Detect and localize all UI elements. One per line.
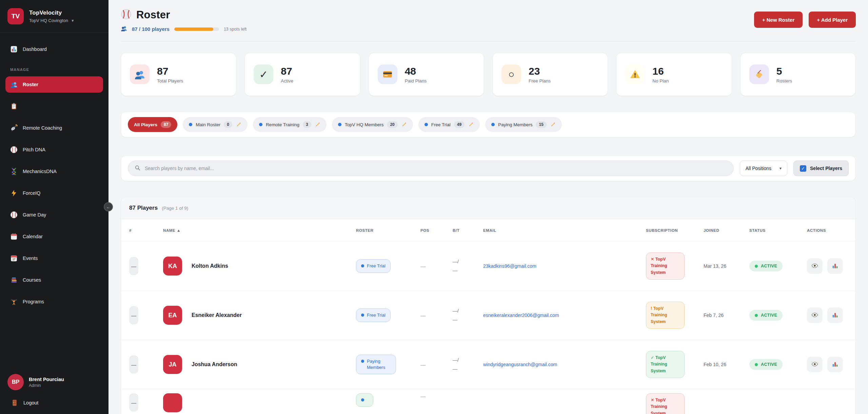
- roster-pill[interactable]: Paying Members: [356, 355, 396, 374]
- view-player-button[interactable]: [807, 258, 823, 274]
- people-icon: [10, 81, 18, 88]
- table-page-info: (Page 1 of 9): [162, 206, 188, 211]
- email-link[interactable]: esneikeralexander2006@gmail.com: [483, 313, 559, 318]
- sidebar-item-label: Courses: [23, 277, 41, 283]
- blue-dot-icon: [361, 398, 364, 401]
- stat-value: 87: [281, 65, 293, 77]
- row-number-button[interactable]: —: [129, 355, 138, 374]
- capacity-progress-bar: [174, 27, 219, 31]
- books-icon: [10, 276, 18, 284]
- sidebar-item-forceiq[interactable]: ForceIQ: [5, 185, 103, 201]
- new-roster-button[interactable]: + New Roster: [754, 12, 803, 28]
- sidebar-item-label: ForceIQ: [23, 190, 40, 196]
- column-name-sortable[interactable]: NAME ▲: [163, 228, 348, 232]
- add-player-button[interactable]: + Add Player: [809, 12, 856, 28]
- cross-icon: ✕: [651, 257, 654, 262]
- roster-pill[interactable]: Free Trial: [356, 308, 391, 322]
- column-bt: B/T: [445, 228, 475, 232]
- filter-topv-hq-members[interactable]: TopV HQ Members 20: [332, 117, 413, 132]
- lightning-icon: [10, 189, 18, 197]
- email-link[interactable]: 23kadkins96@gmail.com: [483, 263, 536, 269]
- sidebar-item-evaluations[interactable]: [5, 98, 103, 114]
- bt-value: —/—: [445, 259, 475, 273]
- warning-icon: [625, 64, 645, 84]
- filter-main-roster[interactable]: Main Roster 0: [183, 117, 247, 132]
- pencil-icon[interactable]: [236, 122, 241, 128]
- row-number-button[interactable]: —: [129, 393, 138, 412]
- stat-value: 48: [405, 65, 427, 77]
- blue-dot-icon: [361, 314, 364, 317]
- sidebar-item-courses[interactable]: Courses: [5, 272, 103, 288]
- sidebar-collapse-button[interactable]: ←: [104, 202, 113, 211]
- view-player-button[interactable]: [807, 357, 823, 372]
- eye-icon: [811, 311, 818, 320]
- pencil-icon[interactable]: [315, 122, 320, 128]
- search-input[interactable]: [145, 166, 727, 171]
- sidebar-item-game-day[interactable]: Game Day: [5, 207, 103, 223]
- exclamation-icon: !: [651, 306, 652, 311]
- filter-remote-training[interactable]: Remote Training 3: [253, 117, 327, 132]
- sidebar-item-remote-coaching[interactable]: Remote Coaching: [5, 120, 103, 136]
- progress-fill: [174, 27, 213, 31]
- filter-label: Paying Members: [498, 122, 532, 127]
- filter-count-badge: 20: [387, 121, 397, 128]
- stat-value: 16: [652, 65, 669, 77]
- table-column-headers: # NAME ▲ ROSTER POS B/T EMAIL SUBSCRIPTI…: [121, 219, 855, 241]
- player-stats-button[interactable]: [827, 307, 843, 323]
- baseball-icon: [121, 9, 132, 21]
- pencil-icon[interactable]: [550, 122, 556, 128]
- status-badge: ACTIVE: [749, 310, 783, 321]
- sidebar-item-mechanicsdna[interactable]: MechanicsDNA: [5, 163, 103, 180]
- search-toolbar: All Positions ▾ ✓ Select Players: [121, 155, 856, 181]
- stats-row: 87 Total Players ✓ 87 Active 48 Paid Pla…: [121, 53, 856, 96]
- search-box[interactable]: [128, 161, 734, 176]
- row-number-button[interactable]: —: [129, 306, 138, 324]
- player-stats-button[interactable]: [827, 357, 843, 372]
- sidebar-item-pitch-dna[interactable]: Pitch DNA: [5, 142, 103, 158]
- stat-label: Rosters: [776, 78, 792, 83]
- column-joined: JOINED: [695, 228, 741, 232]
- table-row: — EA Esneiker Alexander Free Trial — —/—…: [121, 290, 855, 340]
- pencil-icon[interactable]: [401, 122, 407, 128]
- org-switcher[interactable]: TV TopVelocity TopV HQ Covington ▾: [0, 0, 108, 33]
- joined-date: Feb 7, 26: [695, 313, 741, 318]
- avatar: EA: [163, 306, 182, 325]
- user-profile[interactable]: BP Brent Pourciau Admin: [7, 374, 101, 390]
- roster-pill[interactable]: Free Trial: [356, 259, 391, 273]
- sidebar-item-roster[interactable]: Roster: [5, 76, 103, 93]
- row-number-button[interactable]: —: [129, 257, 138, 275]
- logout-button[interactable]: Logout: [7, 399, 101, 407]
- roster-pill[interactable]: [356, 393, 373, 407]
- sidebar-item-label: Dashboard: [23, 46, 47, 52]
- view-player-button[interactable]: [807, 307, 823, 323]
- filter-count-badge: 15: [536, 121, 546, 128]
- sidebar-item-calendar[interactable]: Calendar: [5, 228, 103, 245]
- pencil-icon[interactable]: [468, 122, 474, 128]
- position-value: —: [412, 393, 445, 399]
- positions-select[interactable]: All Positions ▾: [740, 161, 787, 176]
- filter-all-players[interactable]: All Players 87: [128, 117, 177, 132]
- chevron-down-icon: ▾: [72, 18, 74, 23]
- filter-paying-members[interactable]: Paying Members 15: [485, 117, 562, 132]
- filter-free-trial[interactable]: Free Trial 49: [418, 117, 480, 132]
- sidebar-item-label: Remote Coaching: [23, 125, 62, 131]
- sidebar-item-programs[interactable]: Programs: [5, 294, 103, 310]
- avatar: BP: [7, 374, 24, 390]
- players-table: 87 Players (Page 1 of 9) # NAME ▲ ROSTER…: [121, 197, 856, 414]
- email-link[interactable]: windyridgeangusranch@gmail.com: [483, 362, 557, 367]
- select-players-button[interactable]: ✓ Select Players: [793, 161, 849, 176]
- bar-chart-icon: [10, 45, 18, 53]
- table-row: — KA Kolton Adkins Free Trial — —/— 23ka…: [121, 241, 855, 290]
- chevron-down-icon: ▾: [780, 166, 782, 171]
- sidebar-item-label: Game Day: [23, 212, 46, 218]
- sidebar-item-events[interactable]: 17 Events: [5, 250, 103, 266]
- page-title: Roster: [136, 9, 170, 21]
- page-header: Roster 87 / 100 players 13 spots left + …: [121, 9, 856, 33]
- check-icon: ✓: [254, 64, 273, 84]
- bar-chart-icon: [831, 262, 839, 270]
- sidebar-item-dashboard[interactable]: Dashboard: [5, 41, 103, 57]
- status-badge: ACTIVE: [749, 359, 783, 370]
- bt-value: —/—: [445, 357, 475, 372]
- player-stats-button[interactable]: [827, 258, 843, 274]
- column-email: EMAIL: [475, 228, 638, 232]
